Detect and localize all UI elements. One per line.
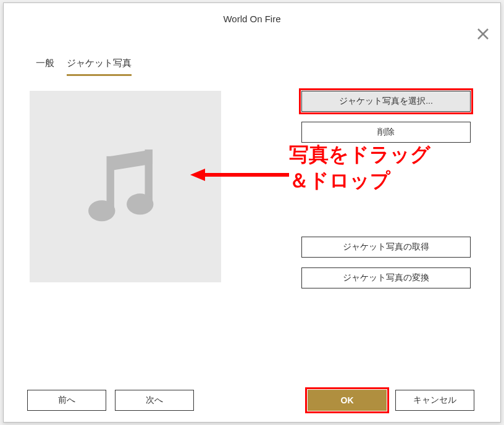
delete-button[interactable]: 削除 xyxy=(301,122,471,143)
jacket-image-dropzone[interactable] xyxy=(30,91,221,282)
svg-point-5 xyxy=(127,193,153,214)
dialog-title: World On Fire xyxy=(223,14,280,24)
select-jacket-button[interactable]: ジャケット写真を選択... xyxy=(301,91,471,112)
get-jacket-button[interactable]: ジャケット写真の取得 xyxy=(301,237,471,258)
tab-bar: 一般 ジャケット写真 xyxy=(4,57,500,76)
footer-left: 前へ 次へ xyxy=(27,390,194,411)
button-column: ジャケット写真を選択... 削除 ジャケット写真の取得 ジャケット写真の変換 xyxy=(233,91,471,288)
close-icon xyxy=(477,28,489,40)
content-area: ジャケット写真を選択... 削除 ジャケット写真の取得 ジャケット写真の変換 xyxy=(4,76,500,288)
music-note-icon xyxy=(78,139,174,235)
next-button[interactable]: 次へ xyxy=(115,390,194,411)
prev-button[interactable]: 前へ xyxy=(27,390,106,411)
ok-button[interactable]: OK xyxy=(308,390,387,411)
dialog-window: World On Fire 一般 ジャケット写真 ジャケット写真を選択... 削… xyxy=(3,2,501,423)
dialog-header: World On Fire xyxy=(4,3,500,34)
svg-point-4 xyxy=(88,200,115,221)
tab-jacket-photo[interactable]: ジャケット写真 xyxy=(67,57,132,76)
cancel-button[interactable]: キャンセル xyxy=(395,390,474,411)
dialog-footer: 前へ 次へ OK キャンセル xyxy=(4,390,500,411)
footer-right: OK キャンセル xyxy=(308,390,474,411)
convert-jacket-button[interactable]: ジャケット写真の変換 xyxy=(301,267,471,288)
tab-general[interactable]: 一般 xyxy=(36,57,54,76)
close-button[interactable] xyxy=(476,27,490,41)
